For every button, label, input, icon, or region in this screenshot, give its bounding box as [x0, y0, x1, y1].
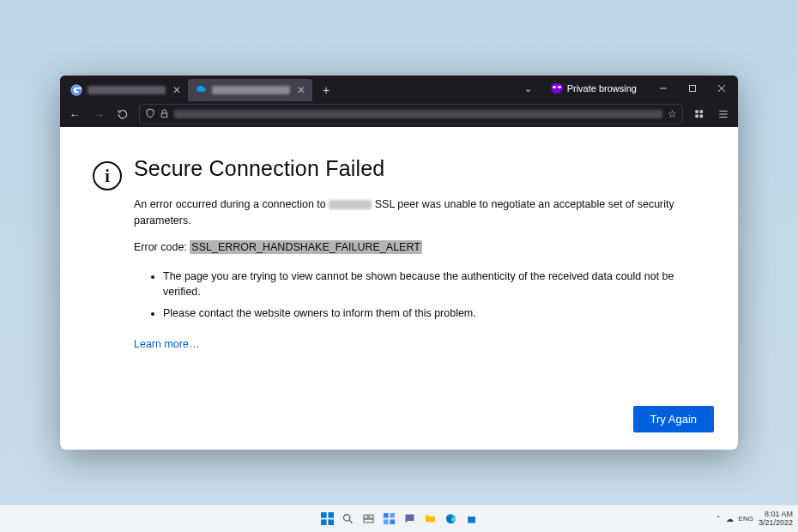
forward-button[interactable]: → — [88, 103, 110, 125]
tab-title-blur — [212, 86, 290, 94]
error-code-value: SSL_ERROR_HANDSHAKE_FAILURE_ALERT — [190, 240, 422, 254]
chat-icon[interactable] — [401, 511, 418, 528]
learn-more-link[interactable]: Learn more… — [134, 338, 199, 350]
favicon-cloud-icon — [195, 84, 207, 96]
svg-point-17 — [343, 515, 350, 522]
svg-rect-21 — [363, 519, 372, 523]
store-icon[interactable] — [462, 511, 480, 528]
lock-icon[interactable] — [160, 109, 169, 120]
bookmark-star-icon[interactable]: ☆ — [668, 108, 677, 120]
tray-chevron-icon[interactable]: ˄ — [716, 515, 721, 523]
browser-tab-0[interactable]: ✕ — [63, 79, 188, 101]
svg-rect-23 — [390, 513, 395, 518]
svg-rect-16 — [328, 519, 334, 525]
tabs-dropdown-icon[interactable]: ⌄ — [517, 83, 539, 94]
system-tray[interactable]: ˄ ☁ ENG 8:01 AM 3/21/2022 — [716, 511, 793, 528]
info-icon: i — [93, 161, 122, 190]
error-title: Secure Connection Failed — [134, 156, 709, 181]
tab-close-icon[interactable]: ✕ — [295, 84, 307, 96]
svg-rect-15 — [321, 519, 327, 525]
try-again-button[interactable]: Try Again — [633, 406, 714, 432]
reload-button[interactable] — [112, 103, 134, 125]
svg-rect-8 — [695, 115, 698, 118]
svg-line-18 — [349, 520, 352, 523]
extensions-icon[interactable] — [688, 103, 710, 125]
error-container: i Secure Connection Failed An error occu… — [60, 127, 738, 368]
svg-rect-19 — [363, 515, 367, 518]
error-bullet: Please contact the website owners to inf… — [163, 305, 709, 322]
error-description: An error occurred during a connection to… — [134, 196, 709, 229]
hostname-blur — [329, 200, 372, 209]
window-maximize-button[interactable] — [678, 76, 707, 101]
error-code-line: Error code: SSL_ERROR_HANDSHAKE_FAILURE_… — [134, 241, 709, 253]
taskbar-clock[interactable]: 8:01 AM 3/21/2022 — [759, 511, 793, 528]
error-bullets: The page you are trying to view cannot b… — [134, 269, 709, 322]
taskbar-date: 3/21/2022 — [759, 519, 793, 528]
url-bar[interactable]: ☆ — [139, 104, 683, 124]
svg-rect-6 — [695, 110, 698, 113]
hamburger-menu-icon[interactable] — [712, 103, 735, 125]
svg-rect-20 — [369, 515, 373, 518]
window-close-button[interactable] — [707, 76, 736, 101]
page-content: i Secure Connection Failed An error occu… — [60, 127, 738, 450]
mask-icon — [551, 83, 563, 94]
back-button[interactable]: ← — [63, 103, 86, 125]
svg-rect-25 — [390, 519, 395, 524]
browser-toolbar: ← → ☆ — [60, 101, 738, 127]
browser-window: ✕ ✕ + ⌄ Private browsing — [60, 76, 738, 450]
svg-rect-7 — [700, 110, 704, 113]
cloud-sync-icon[interactable]: ☁ — [726, 515, 734, 523]
svg-rect-26 — [425, 515, 428, 517]
new-tab-button[interactable]: + — [316, 80, 336, 100]
browser-tab-1[interactable]: ✕ — [188, 79, 312, 101]
svg-rect-24 — [383, 519, 388, 524]
file-explorer-icon[interactable] — [421, 511, 438, 528]
search-icon[interactable] — [339, 511, 356, 528]
tab-strip: ✕ ✕ + — [60, 76, 336, 101]
tab-close-icon[interactable]: ✕ — [171, 84, 183, 96]
svg-rect-22 — [383, 513, 388, 518]
task-view-icon[interactable] — [360, 511, 377, 528]
svg-rect-14 — [328, 512, 334, 518]
browser-titlebar: ✕ ✕ + ⌄ Private browsing — [60, 76, 738, 101]
favicon-google-icon — [70, 84, 82, 96]
shield-icon[interactable] — [145, 108, 155, 120]
edge-icon[interactable] — [442, 511, 459, 528]
taskbar-center — [318, 511, 480, 528]
svg-rect-9 — [700, 115, 704, 118]
url-text-blur — [174, 110, 662, 118]
private-label: Private browsing — [567, 83, 637, 94]
window-minimize-button[interactable] — [649, 76, 678, 101]
tab-title-blur — [88, 86, 166, 94]
widgets-icon[interactable] — [380, 511, 397, 528]
start-button[interactable] — [318, 511, 336, 528]
svg-rect-3 — [690, 86, 696, 92]
windows-taskbar[interactable]: ˄ ☁ ENG 8:01 AM 3/21/2022 — [0, 505, 798, 532]
svg-rect-13 — [321, 512, 327, 518]
language-indicator[interactable]: ENG — [739, 515, 753, 523]
private-browsing-indicator: Private browsing — [546, 83, 642, 94]
error-bullet: The page you are trying to view cannot b… — [163, 269, 709, 301]
